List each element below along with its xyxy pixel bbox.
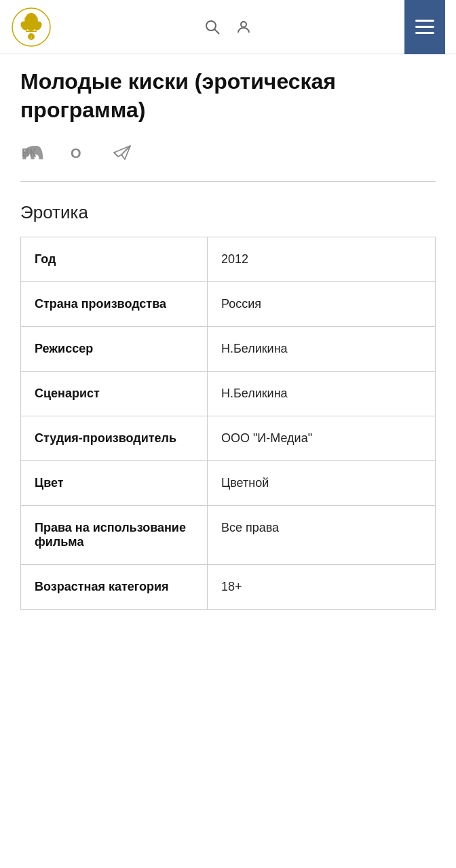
- table-row-value: 18+: [207, 565, 435, 610]
- user-icon[interactable]: [231, 15, 256, 39]
- svg-point-11: [241, 22, 246, 27]
- hamburger-menu-button[interactable]: [404, 0, 445, 54]
- table-row-label: Год: [21, 237, 208, 282]
- table-row-label: Возрастная категория: [21, 565, 208, 610]
- table-row-value: 2012: [207, 237, 435, 282]
- table-row-value: ООО "И-Медиа": [207, 416, 435, 461]
- table-row-label: Режиссер: [21, 327, 208, 372]
- search-icon[interactable]: [200, 15, 225, 39]
- table-row-label: Студия-производитель: [21, 416, 208, 461]
- gov-emblem: ♪: [11, 7, 52, 47]
- telegram-share-button[interactable]: [110, 140, 134, 165]
- section-divider: [20, 181, 436, 182]
- table-row: Студия-производительООО "И-Медиа": [21, 416, 436, 461]
- header: ♪: [0, 0, 456, 54]
- main-content: Молодые киски (эротическая программа) ВК…: [0, 54, 456, 623]
- logo-area: ♪: [11, 7, 52, 47]
- svg-line-10: [214, 29, 219, 34]
- svg-rect-4: [26, 31, 37, 32]
- table-row-value: Россия: [207, 282, 435, 327]
- table-row-value: Н.Беликина: [207, 327, 435, 372]
- hamburger-line-1: [415, 20, 434, 22]
- vk-share-button[interactable]: ВК: [20, 140, 45, 165]
- ok-share-button[interactable]: О: [65, 140, 90, 165]
- table-row-label: Права на использование фильма: [21, 506, 208, 565]
- info-table: Год2012Страна производстваРоссияРежиссер…: [20, 237, 436, 610]
- table-row: Год2012: [21, 237, 436, 282]
- hamburger-line-3: [415, 32, 434, 34]
- social-sharing-row: ВК О: [20, 140, 436, 165]
- hamburger-line-2: [415, 26, 434, 28]
- table-row-value: Цветной: [207, 461, 435, 506]
- svg-point-9: [206, 21, 216, 31]
- page-title: Молодые киски (эротическая программа): [20, 68, 436, 124]
- table-row: РежиссерН.Беликина: [21, 327, 436, 372]
- svg-text:♪: ♪: [31, 35, 33, 39]
- table-row-label: Страна производства: [21, 282, 208, 327]
- table-row: ЦветЦветной: [21, 461, 436, 506]
- table-row: Страна производстваРоссия: [21, 282, 436, 327]
- table-row-label: Цвет: [21, 461, 208, 506]
- category-label: Эротика: [20, 202, 436, 223]
- table-row-value: Н.Беликина: [207, 372, 435, 416]
- header-icons: [200, 15, 256, 39]
- svg-text:ВК: ВК: [22, 147, 37, 159]
- table-row: Возрастная категория18+: [21, 565, 436, 610]
- table-row: СценаристН.Беликина: [21, 372, 436, 416]
- table-row-label: Сценарист: [21, 372, 208, 416]
- table-row: Права на использование фильмаВсе права: [21, 506, 436, 565]
- table-row-value: Все права: [207, 506, 435, 565]
- svg-text:О: О: [71, 146, 81, 161]
